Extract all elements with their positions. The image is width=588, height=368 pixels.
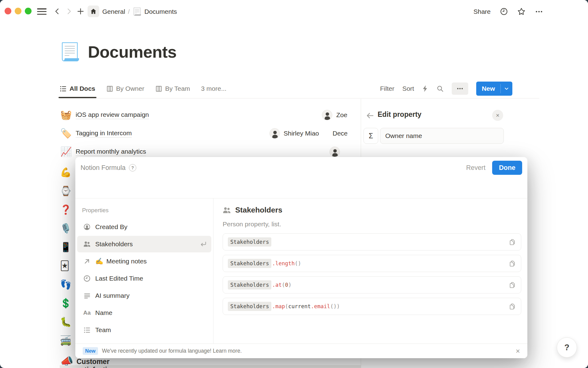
share-button[interactable]: Share bbox=[473, 8, 491, 15]
row-icon: ❓ bbox=[60, 205, 71, 214]
view-tab-label: By Team bbox=[165, 85, 190, 92]
property-detail-pane: Stakeholders Person property, list. Stak… bbox=[213, 198, 527, 343]
home-button[interactable] bbox=[88, 6, 99, 17]
table-row[interactable]: 🧺iOS app review campaignZoe bbox=[60, 106, 397, 124]
enter-return-icon bbox=[200, 240, 207, 248]
minimize-window-button[interactable] bbox=[15, 8, 21, 14]
view-settings-ellipsis-button[interactable] bbox=[452, 82, 468, 95]
date-cell: Dece bbox=[333, 130, 348, 137]
done-button[interactable]: Done bbox=[492, 161, 522, 175]
text-lines-icon bbox=[83, 292, 91, 299]
help-button[interactable]: ? bbox=[557, 337, 577, 358]
filter-button[interactable]: Filter bbox=[380, 85, 394, 92]
property-item-ai-summary[interactable]: AI summary bbox=[77, 287, 211, 304]
code-segment-token: Stakeholders bbox=[228, 237, 271, 247]
property-item-label: Name bbox=[95, 309, 112, 316]
copy-icon[interactable] bbox=[509, 282, 516, 289]
breadcrumb-root[interactable]: General bbox=[102, 8, 125, 15]
banner-close-icon[interactable]: × bbox=[516, 347, 520, 355]
close-window-button[interactable] bbox=[5, 8, 11, 14]
code-segment-function: .at bbox=[272, 282, 282, 288]
owner-name: Shirley Miao bbox=[284, 130, 319, 137]
code-segment-paren: ) bbox=[337, 303, 340, 309]
row-icon: 🏷️ bbox=[60, 129, 72, 138]
table-row-title[interactable]: Tagging in Intercom bbox=[76, 129, 132, 138]
property-item-name[interactable]: AaName bbox=[77, 305, 211, 321]
view-tab-label: 3 more... bbox=[201, 85, 227, 92]
formula-input-area[interactable] bbox=[75, 178, 527, 198]
panel-back-arrow-icon[interactable] bbox=[365, 111, 375, 120]
formula-modal-title: Notion Formula bbox=[81, 164, 126, 172]
detail-property-title: Stakeholders bbox=[235, 206, 282, 214]
more-options-icon[interactable] bbox=[535, 7, 543, 16]
search-icon[interactable] bbox=[436, 85, 444, 92]
avatar bbox=[330, 147, 340, 157]
table-row-title[interactable]: iOS app review campaign bbox=[76, 111, 149, 119]
table-row-title[interactable]: Report monthly analytics bbox=[76, 148, 146, 156]
property-item-stakeholders[interactable]: Stakeholders bbox=[77, 236, 211, 252]
back-button[interactable] bbox=[53, 7, 62, 16]
property-item-meeting-notes[interactable]: ✍️Meeting notes bbox=[77, 253, 211, 270]
row-icon: 👣 bbox=[60, 280, 71, 289]
formula-example-row[interactable]: Stakeholders.map(current.email()) bbox=[223, 298, 521, 315]
panel-close-icon[interactable]: × bbox=[492, 110, 503, 121]
copy-icon[interactable] bbox=[509, 260, 516, 267]
page-emoji-icon: 📃 bbox=[133, 7, 142, 16]
view-tab-label: By Owner bbox=[116, 85, 144, 92]
property-type-formula-button[interactable]: Σ bbox=[364, 128, 378, 144]
page-title[interactable]: Documents bbox=[88, 42, 177, 61]
formula-example-row[interactable]: Stakeholders bbox=[223, 233, 521, 251]
page-icon[interactable]: 📃 bbox=[59, 43, 81, 60]
breadcrumb-separator: / bbox=[128, 8, 130, 15]
row-icon: 📈 bbox=[60, 147, 72, 156]
view-tab-3-more-[interactable]: 3 more... bbox=[200, 79, 228, 98]
breadcrumb-page[interactable]: Documents bbox=[145, 8, 177, 15]
sidebar-menu-icon[interactable] bbox=[37, 8, 47, 15]
person-circle-icon bbox=[83, 223, 91, 231]
copy-icon[interactable] bbox=[509, 303, 516, 310]
code-segment-number: 0 bbox=[285, 282, 288, 288]
avatar bbox=[322, 110, 332, 120]
row-icon: 💪 bbox=[60, 168, 71, 177]
view-tab-by-team[interactable]: By Team bbox=[154, 79, 191, 98]
formula-example-row[interactable]: Stakeholders.length() bbox=[223, 255, 521, 272]
zoom-window-button[interactable] bbox=[25, 8, 32, 14]
code-segment-function: .length bbox=[272, 260, 295, 266]
window-topbar: General / 📃 Documents Share bbox=[0, 0, 588, 23]
property-item-last-edited-time[interactable]: Last Edited Time bbox=[77, 270, 211, 287]
new-button[interactable]: New bbox=[476, 82, 500, 96]
property-item-label: AI summary bbox=[95, 292, 130, 299]
new-tab-button[interactable] bbox=[76, 7, 85, 16]
updates-clock-icon[interactable] bbox=[500, 7, 508, 16]
revert-button[interactable]: Revert bbox=[466, 164, 485, 172]
property-item-label: Last Edited Time bbox=[95, 275, 143, 282]
property-item-label: Team bbox=[95, 326, 111, 334]
view-tab-all-docs[interactable]: All Docs bbox=[58, 79, 96, 98]
table-row-title[interactable]: Customer satisfaction survey bbox=[77, 358, 116, 368]
favorite-star-icon[interactable] bbox=[517, 7, 526, 16]
code-segment-function: .map bbox=[272, 303, 285, 309]
notion-window: 🧺iOS app review campaignZoe🏷️Tagging in … bbox=[0, 0, 588, 368]
code-segment-paren: ( bbox=[282, 282, 285, 288]
new-dropdown-chevron[interactable] bbox=[501, 82, 512, 96]
property-name-input[interactable] bbox=[380, 128, 504, 144]
view-tab-label: All Docs bbox=[70, 85, 95, 92]
sort-button[interactable]: Sort bbox=[402, 85, 414, 92]
code-segment-paren: ( bbox=[285, 303, 288, 309]
view-tab-by-owner[interactable]: By Owner bbox=[105, 79, 145, 98]
automations-bolt-icon[interactable] bbox=[422, 85, 428, 92]
formula-modal-header: Notion Formula ? Revert Done bbox=[75, 157, 527, 178]
property-item-created-by[interactable]: Created By bbox=[77, 219, 211, 235]
clock-icon bbox=[83, 275, 91, 282]
property-item-team[interactable]: Team bbox=[77, 322, 211, 338]
formula-example-row[interactable]: Stakeholders.at(0) bbox=[223, 276, 521, 293]
board-view-icon bbox=[155, 85, 162, 92]
avatar bbox=[270, 128, 280, 139]
row-icon: 🐛 bbox=[60, 317, 71, 327]
formula-help-icon[interactable]: ? bbox=[129, 164, 136, 171]
forward-button[interactable] bbox=[64, 7, 74, 16]
copy-icon[interactable] bbox=[509, 239, 516, 246]
table-row[interactable]: 🏷️Tagging in IntercomShirley MiaoDece bbox=[60, 124, 397, 143]
topbar-actions: Share bbox=[473, 0, 543, 23]
formula-properties-sidebar: Properties Created ByStakeholders✍️Meeti… bbox=[75, 198, 213, 343]
